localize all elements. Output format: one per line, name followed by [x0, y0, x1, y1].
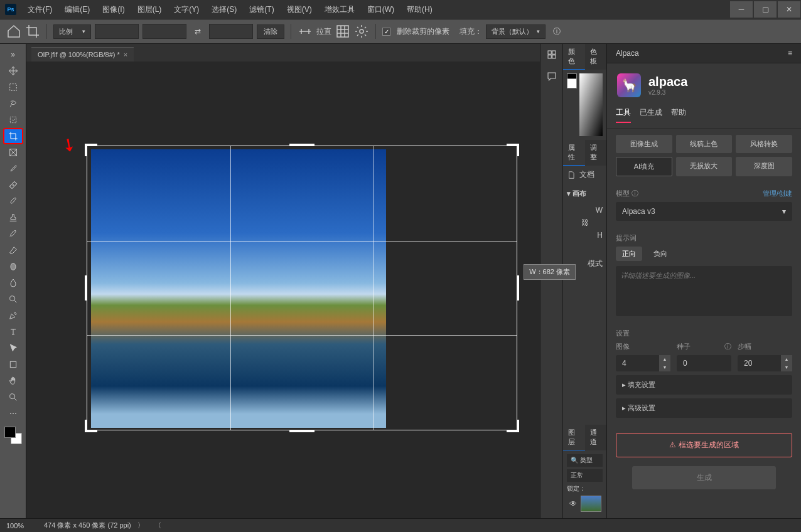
delete-cropped-checkbox[interactable] — [382, 28, 390, 36]
document-tab[interactable]: OIP.jfif @ 100%(RGB/8#) * × — [31, 47, 134, 61]
home-icon[interactable] — [6, 24, 21, 39]
shape-tool[interactable] — [3, 356, 23, 373]
crop-handle-right[interactable] — [517, 275, 519, 301]
straighten-icon[interactable] — [298, 24, 313, 39]
link-icon[interactable]: ⛓ — [567, 218, 603, 227]
stamp-tool[interactable] — [3, 210, 23, 226]
type-tool[interactable] — [3, 324, 23, 340]
negative-prompt-tab[interactable]: 负向 — [647, 247, 674, 261]
alpaca-btn-4[interactable]: 无损放大 — [676, 157, 733, 176]
selection-warning[interactable]: ⚠ 框选要生成的区域 — [616, 433, 792, 457]
crop-width-input[interactable] — [95, 24, 139, 39]
menu-文字y[interactable]: 文字(Y) — [168, 4, 205, 15]
canvas[interactable]: ➘ W：682 像素 — [26, 61, 540, 518]
alpaca-btn-0[interactable]: 图像生成 — [616, 135, 672, 153]
crop-height-input[interactable] — [142, 24, 186, 39]
aspect-ratio-dropdown[interactable]: 比例 — [53, 24, 91, 39]
marquee-tool[interactable] — [3, 79, 23, 95]
panel-menu-icon[interactable]: ≡ — [788, 49, 792, 58]
status-chevron-icon[interactable]: 〉 — [137, 521, 144, 530]
path-select-tool[interactable] — [3, 340, 23, 356]
more-tools-icon[interactable]: ⋯ — [3, 405, 23, 422]
move-tool[interactable] — [3, 63, 23, 79]
menu-视图v[interactable]: 视图(V) — [281, 4, 318, 15]
layer-visibility-icon[interactable]: 👁 — [568, 499, 578, 508]
pen-tool[interactable] — [3, 307, 23, 324]
hand-tool[interactable] — [3, 373, 23, 389]
menu-滤镜t[interactable]: 滤镜(T) — [243, 4, 280, 15]
blur-tool[interactable] — [3, 275, 23, 291]
generate-button[interactable]: 生成 — [632, 466, 776, 489]
prompt-textarea[interactable]: 详细描述要生成的图像... — [616, 266, 792, 316]
foreground-background-colors[interactable] — [4, 427, 22, 444]
close-tab-icon[interactable]: × — [124, 51, 127, 58]
crop-boundary[interactable]: W：682 像素 — [87, 146, 517, 430]
crop-tool[interactable] — [3, 128, 23, 144]
image-count-input[interactable]: ▲▼ — [616, 355, 670, 371]
heal-tool[interactable] — [3, 177, 23, 193]
frame-tool[interactable] — [3, 144, 23, 161]
zoom-tool[interactable] — [3, 389, 23, 405]
status-back-icon[interactable]: 〈 — [154, 521, 161, 530]
dodge-tool[interactable] — [3, 291, 23, 307]
menu-图层l[interactable]: 图层(L) — [131, 4, 168, 15]
alpaca-nav-2[interactable]: 帮助 — [671, 107, 686, 123]
close-button[interactable]: ✕ — [778, 1, 800, 18]
color-tab[interactable]: 颜色 — [563, 44, 585, 70]
expand-toolbar-icon[interactable]: » — [3, 46, 23, 63]
info-icon[interactable]: ⓘ — [549, 24, 564, 39]
menu-编辑e[interactable]: 编辑(E) — [58, 4, 96, 15]
alpaca-btn-3[interactable]: AI填充 — [616, 157, 672, 176]
maximize-button[interactable]: ▢ — [754, 1, 777, 18]
menu-窗口w[interactable]: 窗口(W) — [361, 4, 400, 15]
minimize-button[interactable]: ─ — [730, 1, 753, 18]
alpaca-nav-1[interactable]: 已生成 — [640, 107, 662, 123]
adjustments-tab[interactable]: 调整 — [585, 140, 607, 166]
history-brush-tool[interactable] — [3, 226, 23, 242]
alpaca-tab-label[interactable]: Alpaca — [616, 49, 639, 58]
menu-选择s[interactable]: 选择(S) — [205, 4, 243, 15]
color-spectrum[interactable] — [579, 73, 603, 136]
layers-tab[interactable]: 图层 — [563, 425, 585, 450]
zoom-level[interactable]: 100% — [6, 522, 38, 529]
foreground-color[interactable] — [4, 427, 16, 438]
brush-tool[interactable] — [3, 193, 23, 210]
swatches-tab[interactable]: 色板 — [585, 44, 607, 70]
eyedropper-tool[interactable] — [3, 161, 23, 177]
fill-settings-section[interactable]: 填充设置 — [616, 375, 792, 395]
color-mini-swatch[interactable] — [567, 73, 577, 88]
alpaca-btn-5[interactable]: 深度图 — [736, 157, 792, 176]
crop-handle-left[interactable] — [85, 275, 87, 301]
model-select[interactable]: Alpaca v3▾ — [616, 202, 792, 221]
comment-icon[interactable] — [546, 71, 557, 84]
menu-文件f[interactable]: 文件(F) — [21, 4, 58, 15]
crop-tool-icon[interactable] — [25, 24, 40, 39]
layer-thumbnail[interactable] — [581, 496, 601, 512]
clear-button[interactable]: 清除 — [257, 24, 284, 39]
blend-mode-dropdown[interactable]: 正常 — [567, 469, 603, 482]
advanced-settings-section[interactable]: 高级设置 — [616, 398, 792, 418]
crop-resolution-input[interactable] — [209, 24, 253, 39]
quick-select-tool[interactable] — [3, 112, 23, 128]
alpaca-btn-1[interactable]: 线稿上色 — [676, 135, 733, 153]
alpaca-btn-2[interactable]: 风格转换 — [736, 135, 792, 153]
positive-prompt-tab[interactable]: 正向 — [616, 247, 642, 261]
gradient-tool[interactable] — [3, 258, 23, 275]
crop-options-gear-icon[interactable] — [354, 24, 369, 39]
lasso-tool[interactable] — [3, 95, 23, 112]
properties-tab[interactable]: 属性 — [563, 140, 585, 166]
manage-models-link[interactable]: 管理/创建 — [763, 189, 792, 198]
menu-帮助h[interactable]: 帮助(H) — [400, 4, 439, 15]
overlay-grid-icon[interactable] — [335, 24, 350, 39]
swap-dimensions-icon[interactable]: ⇄ — [190, 24, 205, 39]
seed-input[interactable] — [677, 355, 731, 371]
layer-item[interactable]: 👁 — [567, 493, 603, 514]
menu-图像i[interactable]: 图像(I) — [96, 4, 131, 15]
crop-handle-bottom[interactable] — [289, 430, 314, 432]
channels-tab[interactable]: 通道 — [585, 425, 607, 450]
alpaca-nav-0[interactable]: 工具 — [616, 107, 631, 123]
fill-dropdown[interactable]: 背景（默认） — [486, 24, 546, 39]
eraser-tool[interactable] — [3, 242, 23, 258]
panel-icon[interactable] — [546, 49, 557, 62]
menu-增效工具[interactable]: 增效工具 — [318, 4, 361, 15]
